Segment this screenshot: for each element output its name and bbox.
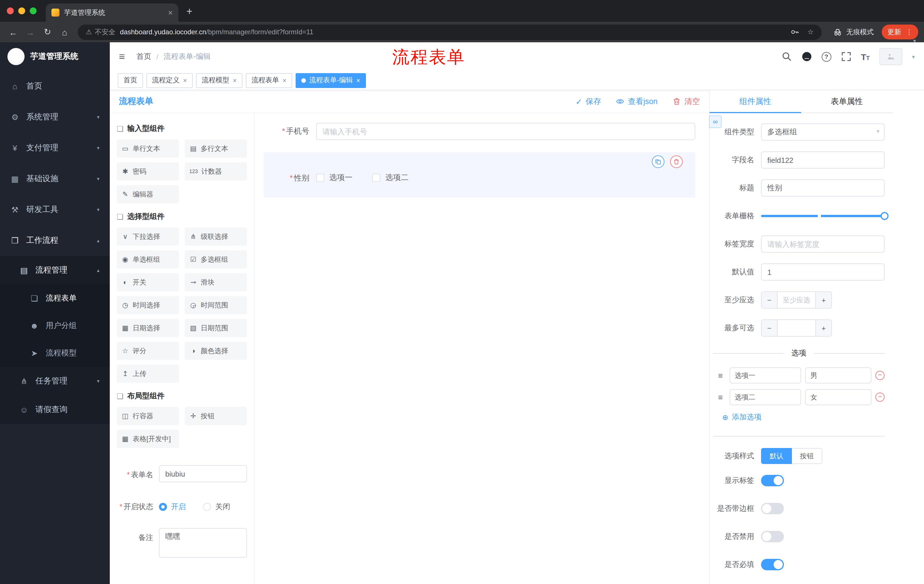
reload-button[interactable]: ↻	[40, 27, 55, 37]
key-icon[interactable]	[790, 28, 799, 36]
show-label-toggle[interactable]	[761, 475, 784, 486]
component-checkbox-group[interactable]: ☑多选框组	[185, 250, 247, 268]
component-row-container[interactable]: ◫行容器	[117, 407, 179, 425]
tag-close-icon[interactable]: ×	[183, 76, 187, 84]
remove-option-icon[interactable]: −	[875, 393, 884, 402]
view-json-button[interactable]: 查看json	[616, 96, 658, 107]
window-close-button[interactable]	[7, 7, 14, 14]
back-button[interactable]: ←	[6, 27, 21, 37]
gender-field-selected[interactable]: *性别 选项一 选项二	[264, 152, 695, 198]
phone-field[interactable]: *手机号	[264, 119, 695, 144]
component-type-select[interactable]: ▾	[761, 123, 884, 141]
tag-home[interactable]: 首页	[118, 73, 143, 88]
slider-handle[interactable]	[881, 212, 889, 220]
component-upload[interactable]: ↥上传	[117, 365, 179, 383]
increase-button[interactable]: +	[815, 292, 832, 308]
avatar[interactable]	[879, 48, 902, 65]
disabled-toggle[interactable]	[761, 531, 784, 542]
component-rate[interactable]: ☆评分	[117, 342, 179, 360]
save-button[interactable]: ✓ 保存	[576, 96, 601, 107]
max-select-value[interactable]	[778, 320, 815, 336]
bookmark-star-icon[interactable]: ☆	[807, 28, 813, 36]
avatar-caret-icon[interactable]: ▾	[912, 53, 915, 60]
security-indicator[interactable]: ⚠ 不安全	[86, 27, 116, 37]
status-closed-radio[interactable]: 关闭	[203, 497, 230, 512]
form-remark-textarea[interactable]: 嘿嘿	[159, 528, 247, 558]
forward-button[interactable]: →	[23, 27, 38, 37]
style-default-button[interactable]: 默认	[761, 448, 792, 464]
component-multi-line-text[interactable]: ▤多行文本	[185, 140, 247, 158]
breadcrumb-home[interactable]: 首页	[136, 51, 151, 62]
form-name-input[interactable]	[159, 465, 247, 482]
component-color-picker[interactable]: ◑颜色选择	[185, 342, 247, 360]
tag-process-definition[interactable]: 流程定义 ×	[146, 73, 193, 88]
browser-tab[interactable]: 芋道管理系统 ×	[46, 3, 178, 22]
component-slider[interactable]: ⊸滑块	[185, 273, 247, 291]
copy-field-button[interactable]	[652, 155, 664, 168]
component-date-picker[interactable]: ▦日期选择	[117, 319, 179, 337]
increase-button[interactable]: +	[815, 320, 832, 336]
address-bar[interactable]: ⚠ 不安全 dashboard.yudao.iocoder.cn/bpm/man…	[78, 24, 822, 40]
label-width-input[interactable]	[761, 235, 884, 253]
sidebar-item-user-group[interactable]: ☻ 用户分组	[0, 312, 110, 339]
sidebar-item-home[interactable]: ⌂ 首页	[0, 71, 110, 102]
component-counter[interactable]: 123计数器	[185, 162, 247, 181]
component-editor[interactable]: ✎编辑器	[117, 185, 179, 204]
sidebar-item-process-management[interactable]: ▤ 流程管理 ▴	[0, 256, 110, 285]
component-time-range[interactable]: ◶时间范围	[185, 296, 247, 314]
sidebar-item-devtools[interactable]: ⚒ 研发工具 ▾	[0, 194, 110, 225]
window-minimize-button[interactable]	[18, 7, 25, 14]
browser-home-button[interactable]: ⌂	[57, 27, 72, 37]
slider-track[interactable]	[761, 215, 884, 217]
min-select-value[interactable]: 至少应选	[778, 292, 815, 308]
component-table[interactable]: ▦表格[开发中]	[117, 430, 179, 448]
decrease-button[interactable]: −	[762, 320, 778, 336]
github-icon[interactable]	[801, 51, 812, 62]
tab-form-props[interactable]: 表单属性	[801, 90, 893, 113]
required-toggle[interactable]	[761, 559, 784, 570]
component-single-line-text[interactable]: ▭单行文本	[117, 140, 179, 158]
font-size-icon[interactable]: TT	[861, 52, 870, 61]
drag-handle-icon[interactable]: ≡	[715, 393, 726, 402]
sidebar-item-system[interactable]: ⚙ 系统管理 ▾	[0, 102, 110, 133]
option-label-input[interactable]	[729, 367, 801, 383]
component-radio-group[interactable]: ◉单选框组	[117, 250, 179, 268]
link-chip-icon[interactable]: ∞	[709, 115, 722, 128]
search-icon[interactable]	[781, 51, 792, 62]
tag-process-form[interactable]: 流程表单 ×	[246, 73, 292, 88]
component-type-value[interactable]	[761, 123, 884, 141]
app-logo[interactable]: 芋道管理系统	[0, 42, 110, 71]
form-canvas[interactable]: *手机号	[254, 113, 709, 584]
grid-slider[interactable]	[761, 207, 884, 225]
with-border-toggle[interactable]	[761, 503, 784, 514]
tag-close-icon[interactable]: ×	[356, 76, 360, 84]
tag-process-form-edit[interactable]: 流程表单-编辑 ×	[295, 73, 366, 88]
option-value-input[interactable]	[805, 389, 871, 405]
chrome-update-button[interactable]: 更新 ⋮	[882, 25, 918, 39]
tab-close-icon[interactable]: ×	[168, 8, 173, 17]
gender-option1-checkbox[interactable]: 选项一	[316, 173, 353, 183]
component-button[interactable]: ✛按钮	[185, 407, 247, 425]
sidebar-item-leave-query[interactable]: ☺ 请假查询	[0, 395, 110, 424]
tag-process-model[interactable]: 流程模型 ×	[196, 73, 243, 88]
style-button-button[interactable]: 按钮	[792, 448, 822, 464]
phone-input[interactable]	[316, 123, 695, 140]
new-tab-button[interactable]: +	[186, 6, 192, 18]
sidebar-item-infrastructure[interactable]: ▦ 基础设施 ▾	[0, 163, 110, 194]
sidebar-item-payment[interactable]: ¥ 支付管理 ▾	[0, 133, 110, 163]
fullscreen-icon[interactable]	[841, 51, 851, 62]
component-cascader[interactable]: ⋔级联选择	[185, 227, 247, 246]
component-time-picker[interactable]: ◷时间选择	[117, 296, 179, 314]
gender-option2-checkbox[interactable]: 选项二	[372, 173, 409, 183]
clear-button[interactable]: 清空	[672, 96, 700, 107]
title-input[interactable]	[761, 179, 884, 197]
field-name-input[interactable]	[761, 151, 884, 169]
sidebar-item-workflow[interactable]: ❒ 工作流程 ▴	[0, 225, 110, 256]
tag-close-icon[interactable]: ×	[282, 76, 287, 84]
sidebar-toggle-icon[interactable]: ≡	[119, 51, 125, 63]
sidebar-item-process-form[interactable]: ❏ 流程表单	[0, 285, 110, 312]
min-select-stepper[interactable]: − 至少应选 +	[761, 291, 832, 309]
remove-option-icon[interactable]: −	[875, 371, 884, 380]
component-date-range[interactable]: ▧日期范围	[185, 319, 247, 337]
delete-field-button[interactable]	[670, 155, 683, 168]
